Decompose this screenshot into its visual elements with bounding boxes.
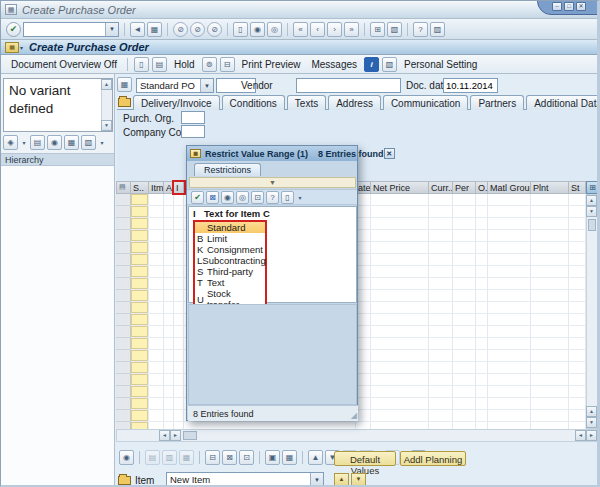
details-icon[interactable]: ◉ — [119, 450, 134, 465]
item-cell[interactable] — [476, 254, 488, 266]
item-cell[interactable] — [356, 194, 371, 206]
next-page-icon[interactable]: › — [327, 22, 342, 37]
item-cell[interactable] — [371, 398, 429, 410]
item-cell[interactable] — [371, 290, 429, 302]
item-cell[interactable] — [174, 398, 184, 410]
item-cell[interactable] — [429, 230, 453, 242]
tab-restrictions[interactable]: Restrictions — [194, 163, 261, 176]
item-cell[interactable] — [429, 422, 453, 429]
item-cell[interactable] — [531, 254, 569, 266]
vertical-scrollbar[interactable]: ▲ ▼ ▲ ▼ — [586, 194, 598, 429]
item-top-icon[interactable]: ▤ — [145, 450, 160, 465]
item-cell[interactable] — [149, 338, 164, 350]
folder-icon[interactable] — [118, 476, 131, 485]
item-cell[interactable] — [476, 194, 488, 206]
row-selector[interactable] — [116, 278, 131, 290]
item-cell[interactable] — [131, 314, 149, 326]
item-cell[interactable] — [149, 374, 164, 386]
menu-icon[interactable]: ▦ — [5, 42, 19, 53]
item-cell[interactable] — [569, 230, 586, 242]
chevron-down-icon[interactable]: ▾ — [296, 194, 304, 201]
scrollbar-thumb[interactable] — [588, 219, 596, 231]
item-cell[interactable] — [429, 194, 453, 206]
item-cell[interactable] — [174, 242, 184, 254]
item-cell[interactable] — [453, 338, 476, 350]
scroll-right-icon[interactable]: ► — [586, 430, 597, 441]
item-cell[interactable] — [429, 362, 453, 374]
help-info-icon[interactable]: i — [364, 57, 379, 72]
item-cell[interactable] — [569, 386, 586, 398]
item-cell[interactable] — [371, 410, 429, 422]
item-cell[interactable] — [531, 194, 569, 206]
last-page-icon[interactable]: » — [344, 22, 359, 37]
item-cell[interactable] — [371, 206, 429, 218]
accept-check-icon[interactable]: ✔ — [191, 191, 204, 204]
table-configuration-icon[interactable]: ⊞ — [586, 181, 599, 194]
doc-date-input[interactable] — [443, 78, 498, 93]
item-bottom-icon[interactable]: ▦ — [179, 450, 194, 465]
minimize-button[interactable]: – — [552, 2, 562, 11]
item-cell[interactable] — [164, 218, 174, 230]
column-header-storage[interactable]: St — [569, 181, 586, 194]
item-cell[interactable] — [356, 398, 371, 410]
item-cell[interactable] — [356, 422, 371, 429]
chevron-down-icon[interactable]: ▼ — [200, 79, 213, 92]
item-cell[interactable] — [569, 338, 586, 350]
item-cell[interactable] — [174, 194, 184, 206]
item-cell[interactable] — [569, 362, 586, 374]
item-cell[interactable] — [371, 218, 429, 230]
print-preview-icon[interactable]: ▯ — [233, 22, 248, 37]
item-cell[interactable] — [476, 218, 488, 230]
item-cell[interactable] — [531, 362, 569, 374]
item-cell[interactable] — [131, 362, 149, 374]
item-cell[interactable] — [356, 410, 371, 422]
item-cell[interactable] — [371, 242, 429, 254]
item-cell[interactable] — [476, 386, 488, 398]
item-cell[interactable] — [149, 278, 164, 290]
item-cell[interactable] — [149, 362, 164, 374]
item-cell[interactable] — [429, 338, 453, 350]
personal-setting-button[interactable]: Personal Setting — [400, 58, 481, 71]
customize-icon[interactable]: ▨ — [430, 22, 445, 37]
item-cell[interactable] — [476, 278, 488, 290]
variant-icon[interactable]: ◈ — [3, 135, 18, 150]
item-cell[interactable] — [164, 242, 174, 254]
print-icon[interactable]: ▧ — [81, 135, 96, 150]
delete-icon[interactable]: ⊟ — [205, 450, 220, 465]
item-cell[interactable] — [531, 230, 569, 242]
item-cell[interactable] — [569, 206, 586, 218]
item-cell[interactable] — [371, 314, 429, 326]
item-cell[interactable] — [453, 266, 476, 278]
item-cell[interactable] — [164, 398, 174, 410]
row-selector[interactable] — [116, 290, 131, 302]
item-cell[interactable] — [429, 374, 453, 386]
scroll-down-icon[interactable]: ▼ — [586, 206, 597, 217]
item-cell[interactable] — [531, 326, 569, 338]
item-cell[interactable] — [531, 278, 569, 290]
back-icon[interactable]: ▦ — [147, 22, 162, 37]
item-cell[interactable] — [174, 230, 184, 242]
print-preview-button[interactable]: Print Preview — [238, 58, 305, 71]
item-cell[interactable] — [174, 362, 184, 374]
item-cell[interactable] — [371, 254, 429, 266]
item-cell[interactable] — [569, 194, 586, 206]
item-cell[interactable] — [429, 290, 453, 302]
item-up-icon[interactable]: ▥ — [162, 450, 177, 465]
item-cell[interactable] — [356, 326, 371, 338]
row-selector[interactable] — [116, 338, 131, 350]
item-cell[interactable] — [453, 398, 476, 410]
item-cell[interactable] — [356, 218, 371, 230]
item-cell[interactable] — [174, 206, 184, 218]
tab-delivery-invoice[interactable]: Delivery/Invoice — [133, 95, 220, 110]
item-cell[interactable] — [531, 266, 569, 278]
item-cell[interactable] — [488, 422, 531, 429]
row-selector[interactable] — [116, 242, 131, 254]
item-cell[interactable] — [488, 230, 531, 242]
item-cell[interactable] — [453, 386, 476, 398]
item-cell[interactable] — [488, 254, 531, 266]
item-cell[interactable] — [531, 338, 569, 350]
item-cell[interactable] — [569, 422, 586, 429]
item-cell[interactable] — [476, 422, 488, 429]
item-cell[interactable] — [429, 326, 453, 338]
item-cell[interactable] — [569, 302, 586, 314]
